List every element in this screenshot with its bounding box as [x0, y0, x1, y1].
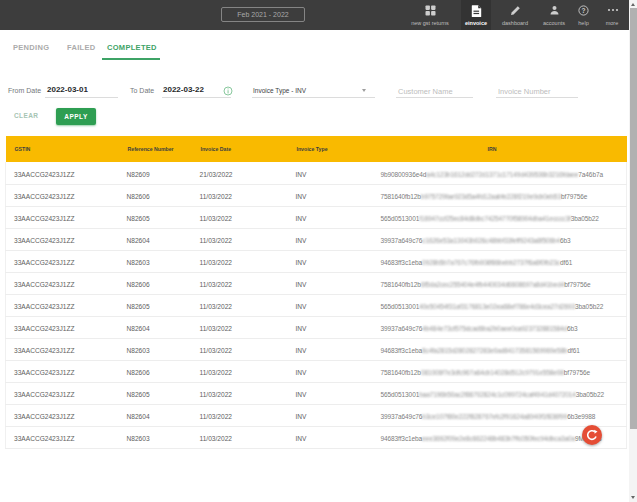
svg-text:?: ?: [582, 7, 586, 14]
